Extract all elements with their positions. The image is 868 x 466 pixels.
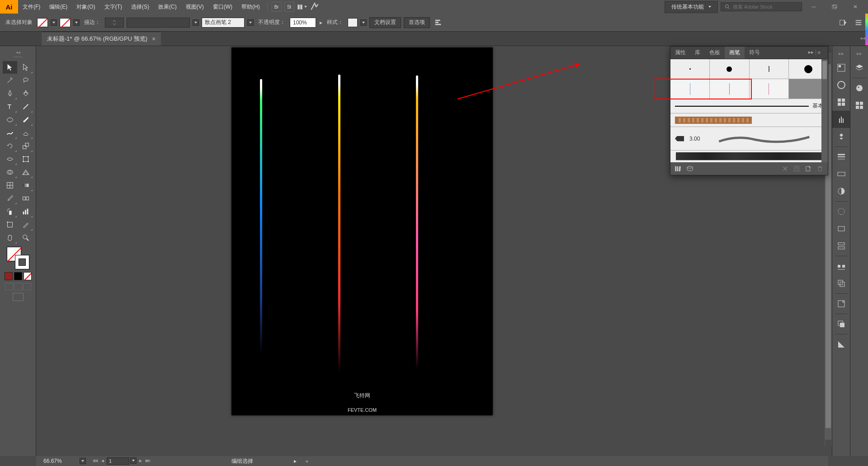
menu-file[interactable]: 文件(F): [18, 0, 45, 14]
prev-artboard-icon[interactable]: ◂: [99, 457, 106, 465]
menu-edit[interactable]: 编辑(E): [45, 0, 72, 14]
brush-preset-1[interactable]: [670, 59, 710, 79]
brush-calligraphic-row[interactable]: 3.00: [670, 127, 828, 151]
toolbar-grip[interactable]: [9, 56, 27, 59]
selection-tool[interactable]: [3, 61, 17, 74]
artboard-dropdown[interactable]: [130, 457, 137, 464]
align-panel-icon[interactable]: [832, 258, 850, 275]
brush-preset-3[interactable]: [750, 59, 789, 79]
preferences-button[interactable]: 首选项: [404, 17, 430, 28]
zoom-level[interactable]: 66.67%: [40, 458, 76, 464]
gradient-swatch[interactable]: [14, 272, 22, 280]
rotate-tool[interactable]: [3, 140, 17, 152]
line-tool[interactable]: [19, 100, 33, 113]
none-swatch[interactable]: [24, 272, 32, 280]
fill-stroke-indicator[interactable]: [7, 247, 29, 269]
draw-inside[interactable]: [23, 283, 31, 290]
type-tool[interactable]: T: [3, 100, 17, 113]
fill-dropdown[interactable]: [51, 19, 57, 26]
free-transform-tool[interactable]: [19, 153, 33, 165]
delete-brush-icon[interactable]: [816, 165, 824, 173]
stroke-profile-dropdown[interactable]: [193, 19, 199, 26]
document-setup-button[interactable]: 文档设置: [369, 17, 401, 28]
symbols-panel-icon[interactable]: [832, 128, 850, 145]
brush-charcoal-row[interactable]: [676, 152, 822, 160]
cc-libraries-icon[interactable]: [832, 76, 850, 94]
brush-pattern-row[interactable]: [670, 113, 828, 127]
brush-basic-row[interactable]: 基本: [670, 99, 828, 113]
width-tool[interactable]: [3, 153, 17, 165]
zoom-tool[interactable]: [19, 231, 33, 244]
strip-expand-icon[interactable]: ▸▸: [839, 51, 844, 56]
curvature-tool[interactable]: [19, 87, 33, 100]
fill-swatch[interactable]: [37, 18, 48, 27]
workspace-switcher[interactable]: 传统基本功能: [665, 1, 718, 13]
search-box[interactable]: [721, 2, 802, 11]
maximize-button[interactable]: [830, 4, 839, 10]
brush-options-icon[interactable]: [793, 165, 801, 173]
stock-icon[interactable]: St: [284, 2, 294, 12]
tab-close-icon[interactable]: ×: [152, 35, 156, 42]
stroke-indicator[interactable]: [15, 255, 29, 269]
scroll-down-button[interactable]: [825, 440, 831, 446]
panel-scrollbar[interactable]: [821, 59, 828, 162]
hand-tool[interactable]: [3, 231, 17, 244]
panel-scroll-thumb[interactable]: [822, 61, 827, 79]
eyedropper-tool[interactable]: [3, 192, 17, 205]
remove-stroke-icon[interactable]: ✕: [781, 165, 789, 173]
panel-expand-chevron[interactable]: ▸▸ ≡: [808, 49, 821, 55]
brush-dropdown[interactable]: [247, 19, 254, 26]
scroll-left-icon[interactable]: ◂: [305, 458, 308, 464]
gradient-panel-icon[interactable]: [832, 165, 850, 183]
stroke-weight-input[interactable]: [105, 18, 124, 28]
layers-icon[interactable]: [850, 59, 868, 76]
brush-preset-2[interactable]: [710, 59, 749, 79]
pathfinder-panel-icon[interactable]: [832, 315, 850, 333]
transform-panel-icon[interactable]: [832, 275, 850, 292]
arrange-docs-icon[interactable]: [297, 2, 307, 12]
brush-libraries-menu-icon[interactable]: [686, 165, 694, 173]
zoom-dropdown[interactable]: [80, 458, 86, 464]
opacity-input[interactable]: 100%: [290, 18, 316, 28]
isolate-icon[interactable]: [837, 18, 849, 28]
direct-selection-tool[interactable]: [19, 61, 33, 74]
first-artboard-icon[interactable]: ⏮: [92, 457, 99, 465]
color-guide-panel-icon[interactable]: [832, 336, 850, 353]
lasso-tool[interactable]: [19, 74, 33, 87]
gpu-icon[interactable]: [310, 2, 320, 12]
appearance-panel-icon[interactable]: [832, 203, 850, 220]
style-swatch[interactable]: [348, 18, 358, 27]
menu-type[interactable]: 文字(T): [100, 0, 127, 14]
artboard-tool[interactable]: [3, 218, 17, 231]
strip2-expand-icon[interactable]: ▸▸: [857, 51, 862, 56]
next-artboard-icon[interactable]: ▸: [137, 457, 144, 465]
panel-tab-symbols[interactable]: 符号: [745, 47, 764, 59]
last-artboard-icon[interactable]: ⏭: [145, 457, 151, 465]
menu-select[interactable]: 选择(S): [127, 0, 154, 14]
symbol-sprayer-tool[interactable]: [3, 205, 17, 218]
menu-effect[interactable]: 效果(C): [154, 0, 181, 14]
search-input[interactable]: [733, 4, 798, 9]
draw-normal[interactable]: [5, 283, 13, 290]
panel-tab-properties[interactable]: 属性: [670, 47, 690, 59]
asset-export-panel-icon[interactable]: [832, 295, 850, 312]
new-brush-icon[interactable]: [804, 165, 812, 173]
shaper-tool[interactable]: [3, 127, 17, 139]
transparency-panel-icon[interactable]: [832, 183, 850, 200]
brush-library-icon[interactable]: [674, 165, 682, 173]
swatches-panel-icon[interactable]: [832, 94, 850, 111]
gradient-tool[interactable]: [19, 179, 33, 192]
panel-menu-icon[interactable]: [853, 18, 864, 28]
panel-tab-brushes[interactable]: 画笔: [725, 47, 745, 59]
panel-tab-swatches[interactable]: 色板: [705, 47, 725, 59]
close-button[interactable]: ✕: [851, 4, 860, 10]
stroke-profile-input[interactable]: [127, 18, 190, 28]
brush-name-display[interactable]: 散点画笔 2: [202, 18, 245, 28]
minimize-button[interactable]: ─: [809, 4, 818, 10]
toolbar-collapse-icon[interactable]: ◂◂: [16, 50, 20, 55]
brush-scatter-1[interactable]: [670, 79, 710, 99]
stroke-swatch[interactable]: [60, 18, 71, 27]
menu-window[interactable]: 窗口(W): [208, 0, 237, 14]
pen-tool[interactable]: [3, 87, 17, 100]
align-icon[interactable]: [433, 18, 444, 28]
